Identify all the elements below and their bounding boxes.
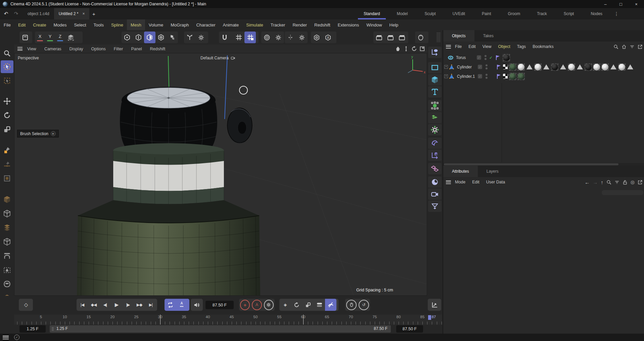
move-tool[interactable] — [1, 95, 13, 108]
sketch-spline-tool[interactable] — [1, 158, 13, 171]
bridge-tool[interactable] — [1, 249, 13, 262]
spline-pen-object-button[interactable] — [428, 47, 442, 58]
phong-tag-icon[interactable] — [503, 74, 508, 79]
attr-lock-icon[interactable] — [623, 180, 628, 185]
subdivide-tool[interactable] — [1, 221, 13, 234]
layout-tab-model[interactable]: Model — [388, 8, 416, 19]
objects-home-icon[interactable] — [622, 44, 627, 49]
viewport-menu-display[interactable]: Display — [65, 47, 87, 51]
menu-tools[interactable]: Tools — [90, 19, 107, 30]
texture-mode-button[interactable] — [167, 32, 178, 43]
objects-search-icon[interactable] — [613, 44, 618, 49]
viewport-menu-view[interactable]: View — [23, 47, 40, 51]
sound-button[interactable] — [191, 299, 203, 311]
objects-menu-object[interactable]: Object — [495, 44, 514, 49]
null-axis-button[interactable] — [428, 150, 442, 161]
preview-range-bar[interactable]: 1.25 F 87.50 F — [50, 325, 391, 333]
weight-tool[interactable] — [1, 264, 13, 276]
goto-start-button[interactable]: |◀ — [77, 299, 88, 311]
status-hamburger-icon[interactable] — [3, 335, 9, 340]
object-name[interactable]: Cylinder.1 — [457, 74, 476, 79]
render-settings-button[interactable] — [396, 32, 408, 43]
menu-window[interactable]: Window — [363, 19, 385, 30]
phong-tag-icon[interactable] — [503, 64, 508, 69]
viewport-menu-panel[interactable]: Panel — [127, 47, 146, 51]
material-thumb-gray[interactable] — [601, 63, 609, 71]
falloff-settings-gear-icon[interactable] — [273, 32, 284, 43]
keying-settings-button[interactable] — [264, 300, 274, 310]
menu-mograph[interactable]: MoGraph — [167, 19, 192, 30]
visibility-dots[interactable] — [486, 64, 488, 69]
object-manager-column-divider[interactable] — [502, 83, 502, 162]
rotate-tool[interactable] — [1, 109, 13, 122]
spline-pen-tool[interactable] — [1, 144, 13, 157]
rectangle-selection-tool[interactable] — [1, 74, 13, 87]
material-manager-button[interactable] — [415, 32, 426, 43]
objects-menu-view[interactable]: View — [479, 44, 495, 49]
material-thumb-dark-green[interactable] — [509, 73, 516, 80]
layout-tab-track[interactable]: Track — [528, 8, 555, 19]
timeline-ruler[interactable]: 51015202530354045505560657075808587 — [14, 315, 442, 325]
attributes-menu-edit[interactable]: Edit — [469, 180, 483, 184]
viewport-hamburger-icon[interactable] — [17, 46, 22, 52]
tab-attributes[interactable]: Attributes — [443, 166, 478, 177]
range-start-field[interactable]: 1.25 F — [19, 325, 46, 333]
play-button[interactable]: ▶ — [111, 299, 122, 311]
symmetry-settings-gear-icon[interactable] — [296, 32, 308, 43]
coordinate-system-button[interactable] — [19, 32, 31, 43]
workplane-axis-button[interactable] — [65, 32, 77, 43]
material-thumb-dark-green[interactable] — [517, 73, 525, 80]
undo-icon[interactable]: ↶ — [2, 10, 10, 18]
axis-x-lock-button[interactable]: X — [35, 32, 45, 43]
object-row-torus[interactable]: Torus ∕ ✓ — [443, 53, 644, 62]
menu-edit[interactable]: Edit — [14, 19, 29, 30]
menu-extensions[interactable]: Extensions — [334, 19, 363, 30]
object-name[interactable]: Torus — [456, 55, 475, 60]
expand-icon[interactable]: + — [444, 65, 448, 69]
spline-rectangle-button[interactable] — [428, 62, 442, 73]
play-all-frames-button[interactable]: A▪▪▪ — [176, 299, 187, 311]
effector-button[interactable] — [428, 124, 442, 135]
range-end-field[interactable]: 87.50 F — [396, 325, 423, 333]
motext-button[interactable] — [428, 86, 442, 98]
live-selection-tool[interactable] — [1, 60, 13, 73]
enabled-check-icon[interactable]: ✓ — [489, 55, 494, 60]
layout-tab-paint[interactable]: Paint — [473, 8, 499, 19]
split-tool[interactable] — [1, 235, 13, 248]
attr-detach-icon[interactable] — [638, 180, 643, 185]
record-rotation-button[interactable] — [291, 299, 302, 311]
menu-modes[interactable]: Modes — [50, 19, 70, 30]
material-thumb-black[interactable] — [585, 63, 592, 71]
attr-target-icon[interactable]: ◎ — [631, 179, 635, 185]
relative-record-button[interactable]: ↺ — [359, 300, 369, 310]
attr-search-icon[interactable] — [606, 180, 611, 185]
material-thumb-black[interactable] — [551, 63, 558, 71]
points-mode-button[interactable] — [122, 32, 133, 43]
range-grip-icon[interactable] — [52, 327, 54, 331]
selection-tag-icon[interactable] — [496, 73, 502, 79]
auto-mode-button[interactable]: A — [322, 32, 334, 43]
material-thumb-gray[interactable] — [517, 63, 525, 71]
close-tab-icon[interactable]: × — [82, 11, 85, 16]
objects-hamburger-icon[interactable] — [446, 44, 451, 49]
commander-search-button[interactable] — [1, 47, 13, 60]
torus-object[interactable] — [227, 108, 252, 143]
symmetry-button[interactable] — [285, 32, 296, 43]
camera-object-button[interactable] — [428, 188, 442, 200]
subdivision-surface-button[interactable] — [428, 100, 442, 111]
viewport-menu-options[interactable]: Options — [87, 47, 110, 51]
material-thumb-gray[interactable] — [534, 63, 542, 71]
previous-frame-button[interactable]: ◀| — [99, 299, 111, 311]
object-row-cylinder[interactable]: + Cylinder ∕ — [443, 62, 644, 71]
objects-filter-icon[interactable] — [630, 44, 635, 49]
selection-tag-icon[interactable] — [495, 55, 501, 61]
tab-objects[interactable]: Objects — [443, 30, 474, 42]
polygon-selection-tag[interactable] — [526, 63, 533, 71]
camera-swap-icon[interactable] — [231, 56, 235, 60]
viewport-canvas[interactable]: y x Perspective Default Camera Brush Sel… — [14, 53, 427, 296]
new-tab-button[interactable]: + — [89, 11, 98, 17]
goto-end-button[interactable]: ▶| — [145, 299, 156, 311]
bevel-tool[interactable] — [1, 193, 13, 206]
polygon-selection-tag[interactable] — [576, 63, 584, 71]
tab-layers[interactable]: Layers — [478, 166, 507, 177]
